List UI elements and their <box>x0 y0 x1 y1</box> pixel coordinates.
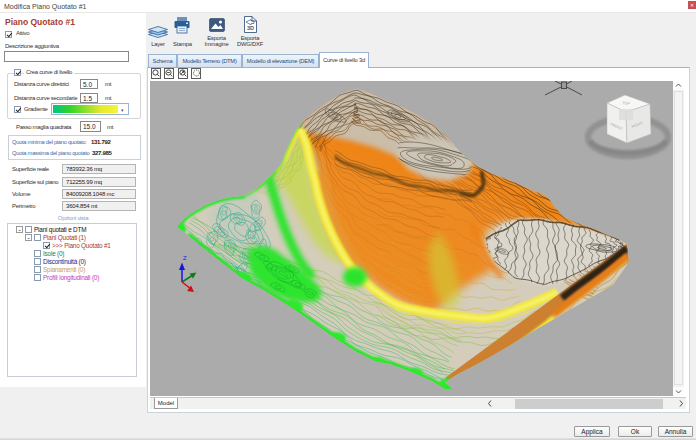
svg-text:Z: Z <box>183 255 187 261</box>
svg-text:X: X <box>195 290 199 296</box>
svg-text:3D: 3D <box>247 25 254 31</box>
svg-text:Y: Y <box>194 269 198 275</box>
